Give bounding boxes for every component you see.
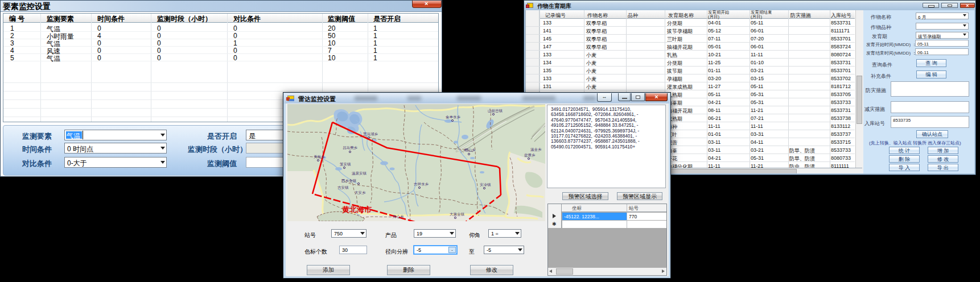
- svg-text:昌马樊乡: 昌马樊乡: [343, 146, 358, 150]
- svg-text:温泉安镇: 温泉安镇: [352, 171, 367, 176]
- svg-text:黄北海市: 黄北海市: [341, 205, 372, 214]
- svg-text:大安乡: 大安乡: [355, 190, 366, 195]
- svg-text:笼安镇: 笼安镇: [340, 162, 351, 167]
- svg-text:吉祥水乡: 吉祥水乡: [414, 182, 429, 186]
- svg-text:关林乡: 关林乡: [314, 155, 325, 159]
- svg-text:海心乡: 海心乡: [393, 214, 404, 219]
- svg-text:安冷镇: 安冷镇: [480, 183, 491, 186]
- svg-text:帽山乡: 帽山乡: [464, 148, 476, 152]
- svg-text:山前古镇: 山前古镇: [488, 109, 503, 113]
- svg-text:温全乡: 温全乡: [530, 147, 542, 152]
- svg-text:盆景乡: 盆景乡: [524, 153, 536, 157]
- svg-text:大唐全镇: 大唐全镇: [450, 212, 465, 217]
- svg-text:宜马湖乡: 宜马湖乡: [363, 132, 378, 136]
- svg-text:西乡全镇: 西乡全镇: [341, 179, 357, 183]
- svg-text:金丰水乡: 金丰水乡: [446, 115, 461, 119]
- svg-text:吉安镇: 吉安镇: [337, 185, 349, 190]
